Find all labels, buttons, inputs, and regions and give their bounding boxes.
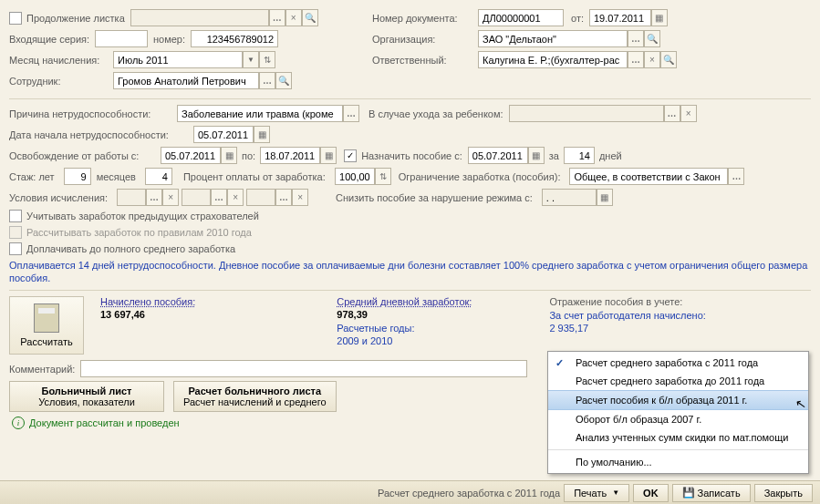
chevron-down-icon: ▼ xyxy=(612,489,619,497)
month-label: Месяц начисления: xyxy=(9,55,108,66)
childcare-select-icon[interactable]: … xyxy=(664,105,680,122)
employer-label: За счет работодателя начислено: xyxy=(549,309,705,322)
calccond2-clear-icon[interactable]: × xyxy=(227,189,244,206)
cb-prev-insurers[interactable] xyxy=(9,210,22,222)
incoming-series-input[interactable] xyxy=(95,30,148,47)
assign-from[interactable]: 05.07.2011 xyxy=(468,147,528,164)
docnum-input[interactable]: ДЛ00000001 xyxy=(478,9,564,26)
reflect-label: Отражение пособия в учете: xyxy=(549,296,705,307)
limit-input[interactable]: Общее, в соответствии с Закон xyxy=(569,168,728,185)
childcare-input xyxy=(509,105,664,122)
continuation-checkbox[interactable] xyxy=(9,12,22,25)
employee-search-icon[interactable]: 🔍 xyxy=(275,72,292,89)
save-button[interactable]: 💾Записать xyxy=(672,484,751,502)
org-label: Организация: xyxy=(372,34,472,45)
paypct-input[interactable]: 100,00 xyxy=(335,168,375,185)
employer-value: 2 935,17 xyxy=(549,322,705,334)
resp-search-icon[interactable]: 🔍 xyxy=(660,51,677,68)
ok-button[interactable]: OK xyxy=(633,484,669,502)
assign-label: Назначить пособие с: xyxy=(361,150,462,161)
release-from-calendar-icon[interactable]: ▦ xyxy=(221,147,237,164)
resp-input[interactable]: Калугина Е. Р.;(бухгалтер-рас xyxy=(478,51,628,68)
summary-text: Оплачивается 14 дней нетрудоспособности.… xyxy=(9,259,811,284)
menu-item-avgpre2011[interactable]: Расчет среднего заработка до 2011 года xyxy=(548,372,808,390)
childcare-label: В случае ухода за ребенком: xyxy=(368,108,503,119)
check-icon: ✓ xyxy=(555,357,564,369)
calculate-button[interactable]: Рассчитать xyxy=(9,296,84,355)
reason-select-icon[interactable]: … xyxy=(343,105,359,122)
cb-full-salary[interactable] xyxy=(9,242,22,255)
release-label: Освобождение от работы с: xyxy=(9,150,155,161)
employee-select-icon[interactable]: … xyxy=(259,72,275,89)
accrued-value: 13 697,46 xyxy=(100,309,195,320)
incoming-series-label: Входящие серия: xyxy=(9,34,89,45)
org-search-icon[interactable]: 🔍 xyxy=(644,30,660,47)
menu-item-benefit2011[interactable]: Расчет пособия к б/л образца 2011 г. xyxy=(548,390,808,410)
childcare-clear-icon[interactable]: × xyxy=(680,105,697,122)
cb-2010-label: Рассчитывать заработок по правилам 2010 … xyxy=(26,227,252,238)
menu-item-analysis[interactable]: Анализ учтенных сумм скидки по мат.помощ… xyxy=(548,428,808,447)
reduce-label: Снизить пособие за нарушение режима с: xyxy=(336,192,533,203)
calccond2-select-icon[interactable]: … xyxy=(211,189,227,206)
continuation-select-icon[interactable]: … xyxy=(269,9,285,26)
org-input[interactable]: ЗАО "Дельтаон" xyxy=(478,30,628,47)
menu-item-default[interactable]: По умолчанию... xyxy=(548,453,808,471)
datefrom-input[interactable]: 19.07.2011 xyxy=(589,9,651,26)
start-input[interactable]: 05.07.2011 xyxy=(193,126,254,143)
avg-link[interactable]: Средний дневной заработок: xyxy=(337,296,472,307)
calccond-clear-icon[interactable]: × xyxy=(162,189,179,206)
limit-select-icon[interactable]: … xyxy=(728,168,744,185)
calccond-select-icon[interactable]: … xyxy=(146,189,162,206)
release-to[interactable]: 18.07.2011 xyxy=(260,147,320,164)
months-input[interactable]: 4 xyxy=(145,168,172,185)
release-to-calendar-icon[interactable]: ▦ xyxy=(320,147,337,164)
start-calendar-icon[interactable]: ▦ xyxy=(254,126,270,143)
cursor-icon: ↖ xyxy=(794,396,808,412)
datefrom-calendar-icon[interactable]: ▦ xyxy=(651,9,668,26)
calccond-input xyxy=(117,189,146,206)
comment-input[interactable] xyxy=(80,360,527,377)
resp-label: Ответственный: xyxy=(372,55,472,66)
years-input[interactable]: 9 xyxy=(64,168,91,185)
continuation-clear-icon[interactable]: × xyxy=(285,9,302,26)
month-down-icon[interactable]: ▼ xyxy=(243,51,259,68)
print-button[interactable]: Печать▼ xyxy=(564,484,629,502)
close-button[interactable]: Закрыть xyxy=(754,484,813,502)
resp-select-icon[interactable]: … xyxy=(628,51,644,68)
calculator-icon xyxy=(34,303,59,333)
calccond3-select-icon[interactable]: … xyxy=(275,189,292,206)
comment-label: Комментарий: xyxy=(9,364,75,375)
reason-label: Причина нетрудоспособности: xyxy=(9,108,171,119)
continuation-search-icon[interactable]: 🔍 xyxy=(302,9,318,26)
menu-item-turnover2007[interactable]: Оборот б/л образца 2007 г. xyxy=(548,410,808,428)
accrued-link[interactable]: Начислено пособия: xyxy=(100,296,195,307)
cb-2010-rules xyxy=(9,226,22,239)
tab-calc[interactable]: Расчет больничного листа Расчет начислен… xyxy=(173,381,337,412)
days-input[interactable]: 14 xyxy=(564,147,595,164)
assign-checkbox[interactable]: ✓ xyxy=(344,149,357,162)
print-menu: ✓ Расчет среднего заработка с 2011 года … xyxy=(547,351,809,474)
month-input[interactable]: Июль 2011 xyxy=(113,51,243,68)
reason-input[interactable]: Заболевание или травма (кроме xyxy=(177,105,343,122)
info-icon: i xyxy=(12,417,25,429)
calccond-label: Условия исчисления: xyxy=(9,192,108,203)
seniority-label: Стаж: лет xyxy=(9,171,55,182)
employee-input[interactable]: Громов Анатолий Петрович xyxy=(113,72,259,89)
release-from[interactable]: 05.07.2011 xyxy=(161,147,221,164)
number-input[interactable]: 123456789012 xyxy=(191,30,278,47)
month-up-down-icon[interactable]: ⇅ xyxy=(259,51,275,68)
reduce-calendar-icon[interactable]: ▦ xyxy=(597,189,613,206)
tab-sickleave[interactable]: Больничный лист Условия, показатели xyxy=(9,381,164,412)
resp-clear-icon[interactable]: × xyxy=(644,51,660,68)
paypct-label: Процент оплаты от заработка: xyxy=(183,171,326,182)
cb-prev-label: Учитывать заработок предыдущих страховат… xyxy=(26,211,259,221)
years-label: Расчетные годы: xyxy=(337,322,472,334)
cb-full-label: Доплачивать до полного среднего заработк… xyxy=(26,243,235,254)
calccond3-clear-icon[interactable]: × xyxy=(292,189,308,206)
number-label: номер: xyxy=(153,34,185,45)
paypct-stepper-icon[interactable]: ⇅ xyxy=(375,168,391,185)
calccond2-input xyxy=(182,189,211,206)
org-select-icon[interactable]: … xyxy=(628,30,644,47)
assign-calendar-icon[interactable]: ▦ xyxy=(528,147,545,164)
menu-item-avg2011[interactable]: ✓ Расчет среднего заработка с 2011 года xyxy=(548,354,808,372)
